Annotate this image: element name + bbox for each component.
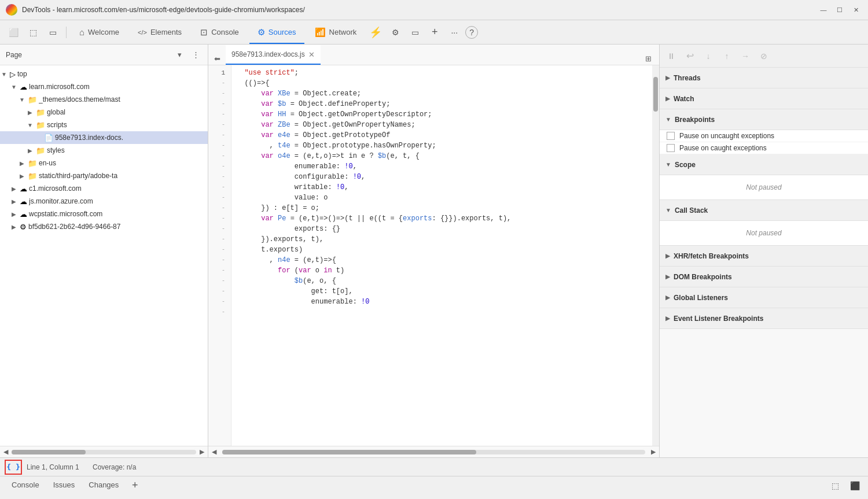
tab-elements[interactable]: </> Elements <box>130 22 190 44</box>
code-line-23: enumerable: !0 <box>236 297 648 307</box>
code-line-8: , t4e = Object.prototype.hasOwnProperty; <box>236 141 648 151</box>
add-tab-button[interactable]: + <box>426 24 443 41</box>
line-dash-4: - <box>208 109 227 120</box>
bottom-tab-changes[interactable]: Changes <box>82 477 126 494</box>
scope-label: Scope <box>675 161 696 169</box>
call-stack-section-header[interactable]: ▼ Call Stack <box>660 200 868 221</box>
editor-h-track[interactable] <box>222 450 645 454</box>
xhr-label: XHR/fetch Breakpoints <box>674 252 749 260</box>
dock-button[interactable]: ⬛ <box>846 477 863 494</box>
split-editor-btn[interactable]: ⊞ <box>642 52 654 65</box>
left-panel-more[interactable]: ⋮ <box>189 49 202 61</box>
code-line-12: writable: !0, <box>236 182 648 193</box>
bp-uncaught-checkbox[interactable] <box>667 132 675 140</box>
tree-item-static[interactable]: ▶ 📁 static/third-party/adobe-ta <box>0 169 208 182</box>
tab-console[interactable]: ⊡ Console <box>192 22 247 44</box>
tree-item-bf5[interactable]: ▶ ⚙ bf5db621-2b62-4d96-9466-87 <box>0 220 208 233</box>
bp-caught-checkbox[interactable] <box>667 144 675 152</box>
tree-item-monitor[interactable]: ▶ ☁ js.monitor.azure.com <box>0 195 208 208</box>
close-button[interactable]: ✕ <box>849 3 862 16</box>
left-scroll-right[interactable]: ▶ <box>198 448 205 456</box>
tree-item-themes[interactable]: ▼ 📁 _themes/docs.theme/mast <box>0 93 208 106</box>
line-dash-12: - <box>208 193 227 203</box>
tree-item-958file[interactable]: 📄 958e7913.index-docs. <box>0 131 208 144</box>
format-button[interactable]: { } <box>5 460 22 475</box>
tree-arrow-c1: ▶ <box>10 186 18 192</box>
breakpoint-caught: Pause on caught exceptions <box>660 142 868 154</box>
scope-content: Not paused <box>660 175 868 200</box>
code-content[interactable]: "use strict"; (()=>{ var XBe = Object.cr… <box>231 65 652 446</box>
tree-arrow-themes: ▼ <box>18 97 26 103</box>
tab-sources[interactable]: ⚙ Sources <box>249 22 304 44</box>
tab-network[interactable]: 📶 Network <box>307 22 365 44</box>
welcome-icon: ⌂ <box>79 27 84 37</box>
step-into-btn[interactable]: ↓ <box>701 49 715 63</box>
layout-button[interactable]: ▭ <box>406 24 424 41</box>
window-title: DevTools - learn.microsoft.com/en-us/mic… <box>22 6 812 14</box>
editor-scroll-left[interactable]: ◀ <box>211 448 218 456</box>
tree-item-top[interactable]: ▼ ▷ top <box>0 68 208 80</box>
tab-welcome[interactable]: ⌂ Welcome <box>71 22 127 44</box>
right-panel: ⏸ ↩ ↓ ↑ → ⊘ ▶ Threads ▶ Watch ▼ Breakpoi… <box>660 45 868 457</box>
dom-arrow: ▶ <box>665 273 670 280</box>
device-emulation-button[interactable]: ⬜ <box>5 24 22 41</box>
scope-section-header[interactable]: ▼ Scope <box>660 154 868 175</box>
editor-v-scrollbar[interactable] <box>652 65 659 446</box>
tree-arrow-top: ▼ <box>0 71 8 77</box>
left-h-scrolltrack[interactable] <box>12 450 196 454</box>
network-icon: 📶 <box>315 27 326 38</box>
code-line-7: var e4e = Object.getPrototypeOf <box>236 130 648 141</box>
gear-icon-bf5: ⚙ <box>20 223 27 231</box>
toggle-button[interactable]: ▭ <box>44 24 61 41</box>
editor-scroll-right[interactable]: ▶ <box>650 448 657 456</box>
breakpoints-section-header[interactable]: ▼ Breakpoints <box>660 109 868 130</box>
line-dash-17: - <box>208 245 227 255</box>
tree-item-scripts[interactable]: ▼ 📁 scripts <box>0 119 208 131</box>
step-btn[interactable]: → <box>738 49 752 63</box>
tree-arrow-scripts: ▼ <box>26 122 34 128</box>
inspect-button[interactable]: ⬚ <box>24 24 42 41</box>
step-out-btn[interactable]: ↑ <box>720 49 734 63</box>
maximize-button[interactable]: ☐ <box>833 3 846 16</box>
watch-section-header[interactable]: ▶ Watch <box>660 88 868 109</box>
line-dash-7: - <box>208 141 227 151</box>
event-listeners-section-header[interactable]: ▶ Event Listener Breakpoints <box>660 308 868 329</box>
tree-item-styles[interactable]: ▶ 📁 styles <box>0 144 208 157</box>
minimize-button[interactable]: — <box>817 3 830 16</box>
more-tabs-button[interactable]: ··· <box>446 24 463 41</box>
tree-label-scripts: scripts <box>47 121 67 129</box>
tree-item-microsoft[interactable]: ▼ ☁ learn.microsoft.com <box>0 80 208 93</box>
bottom-tab-console[interactable]: Console <box>5 477 46 494</box>
deactivate-breakpoints-btn[interactable]: ⊘ <box>757 49 771 63</box>
tree-item-c1[interactable]: ▶ ☁ c1.microsoft.com <box>0 182 208 195</box>
xhr-section-header[interactable]: ▶ XHR/fetch Breakpoints <box>660 246 868 267</box>
undock-button[interactable]: ⬚ <box>826 477 844 494</box>
settings-button[interactable]: ⚙ <box>387 24 404 41</box>
bottom-tab-issues[interactable]: Issues <box>46 477 82 494</box>
threads-label: Threads <box>674 74 701 82</box>
pause-resume-btn[interactable]: ⏸ <box>664 49 678 63</box>
left-scroll-left[interactable]: ◀ <box>2 448 9 456</box>
performance-button[interactable]: ⚡ <box>367 24 384 41</box>
cloud-icon-microsoft: ☁ <box>20 83 27 91</box>
line-numbers: 1 - - - - - - - - - - - - - - - - - - - <box>208 65 231 446</box>
tree-label-bf5: bf5db621-2b62-4d96-9466-87 <box>28 223 120 231</box>
editor-tab-close[interactable]: ✕ <box>308 50 315 59</box>
code-line-18: t.exports) <box>236 245 648 255</box>
step-over-btn[interactable]: ↩ <box>683 49 697 63</box>
help-button[interactable]: ? <box>465 26 478 39</box>
app-icon <box>6 4 17 16</box>
add-panel-button[interactable]: + <box>128 479 142 493</box>
tree-item-enus[interactable]: ▶ 📁 en-us <box>0 157 208 169</box>
global-listeners-section-header[interactable]: ▶ Global Listeners <box>660 287 868 308</box>
left-panel-dropdown[interactable]: ▾ <box>173 49 186 61</box>
editor-tab-958[interactable]: 958e7913.index-docs.js ✕ <box>226 45 321 65</box>
tree-item-wcp[interactable]: ▶ ☁ wcpstatic.microsoft.com <box>0 208 208 220</box>
tree-arrow-wcp: ▶ <box>10 211 18 217</box>
dom-section-header[interactable]: ▶ DOM Breakpoints <box>660 267 868 287</box>
collapse-editor-btn[interactable]: ⬅ <box>211 52 223 65</box>
tree-item-global[interactable]: ▶ 📁 global <box>0 106 208 119</box>
tree-arrow-static: ▶ <box>18 173 26 179</box>
tree-label-global: global <box>47 108 65 116</box>
threads-section-header[interactable]: ▶ Threads <box>660 68 868 88</box>
